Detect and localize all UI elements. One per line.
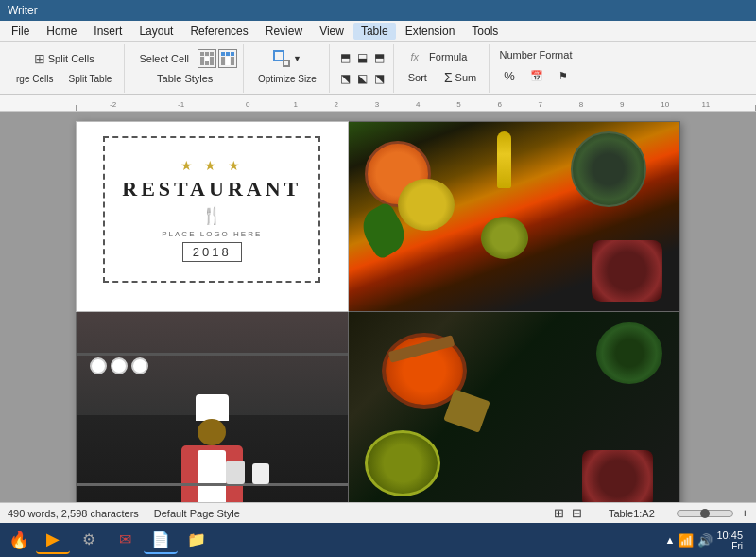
menu-layout[interactable]: Layout [131, 23, 180, 40]
number-format-label: Number Format [499, 49, 572, 61]
menu-insert[interactable]: Insert [86, 23, 129, 40]
stars: ★ ★ ★ [180, 158, 244, 173]
status-bar: 490 words, 2,598 characters Default Page… [0, 502, 756, 523]
sort-formula-group: fx Formula Sort Σ Sum [396, 44, 490, 93]
menu-tools[interactable]: Tools [464, 23, 506, 40]
table-style-grid-icon [218, 49, 237, 68]
align-bottom-center-button[interactable]: ⬕ [354, 69, 370, 88]
align-top-center-button[interactable]: ⬓ [354, 48, 370, 67]
start-button[interactable]: 🔥 [4, 526, 34, 554]
beans-bowl [592, 240, 662, 302]
select-style-group: Select Cell Table Styles [127, 44, 244, 93]
number-format-group: Number Format % 📅 ⚑ [491, 44, 580, 93]
tray-arrow[interactable]: ▲ [665, 534, 676, 546]
title-bar: Writer [0, 0, 756, 21]
align-top-right-button[interactable]: ⬒ [371, 48, 387, 67]
restaurant-name: RESTAURANT [122, 177, 301, 201]
select-cell-button[interactable]: Select Cell [132, 50, 196, 67]
taskbar-settings[interactable]: ⚙ [72, 526, 106, 554]
herb-bowl [596, 322, 662, 384]
taskbar-vlc[interactable]: ▶ [36, 526, 70, 554]
menu-bar: File Home Insert Layout References Revie… [0, 21, 756, 42]
align-bottom-left-button[interactable]: ⬔ [337, 69, 353, 88]
align-bottom-right-button[interactable]: ⬔ [371, 69, 387, 88]
menu-references[interactable]: References [182, 23, 255, 40]
menu-extension[interactable]: Extension [398, 23, 463, 40]
food-top-cell [348, 122, 679, 312]
title-text: Writer [8, 4, 38, 17]
document-table: ★ ★ ★ RESTAURANT 🍴 PLACE LOGO HERE 2018 [76, 121, 680, 502]
tray-volume[interactable]: 🔊 [697, 533, 713, 548]
chef-cell [77, 312, 349, 502]
align-group: ⬒ ⬓ ⬒ ⬔ ⬕ ⬔ [332, 44, 394, 93]
table-ref: Table1:A2 [609, 508, 655, 519]
main-area: ★ ★ ★ RESTAURANT 🍴 PLACE LOGO HERE 2018 [0, 112, 756, 502]
view-mode-icon[interactable]: ⊞ [554, 506, 564, 520]
spice-bowl-3 [571, 131, 646, 207]
logo-box: ★ ★ ★ RESTAURANT 🍴 PLACE LOGO HERE 2018 [103, 136, 320, 283]
optimize-group: ▼ Optimize Size [246, 44, 330, 93]
clock[interactable]: 10:45 Fri [716, 530, 748, 551]
merge-cells-button[interactable]: rge Cells [9, 71, 60, 87]
page-style: Default Page Style [154, 508, 240, 519]
optimize-icon [273, 50, 290, 67]
spice-bowl-2 [398, 179, 455, 231]
fx-label: fx [410, 51, 419, 62]
yellow-spice-bowl [365, 430, 440, 496]
format-extra-button[interactable]: ⚑ [552, 67, 575, 85]
taskbar-writer[interactable]: 📄 [144, 526, 178, 554]
menu-table[interactable]: Table [353, 23, 396, 40]
menu-home[interactable]: Home [39, 23, 84, 40]
place-logo-text: PLACE LOGO HERE [162, 230, 262, 238]
status-right: ⊞ ⊟ Table1:A2 − + [554, 506, 748, 520]
ruler: -2 -1 0 1 2 3 4 5 6 7 8 9 10 11 [0, 95, 756, 112]
percent-button[interactable]: % [497, 66, 522, 86]
taskbar-files[interactable]: 📁 [180, 526, 214, 554]
split-cells-button[interactable]: ⊞ Split Cells [27, 48, 101, 69]
container [226, 461, 245, 484]
optimize-size-button[interactable]: Optimize Size [251, 71, 323, 87]
table-styles-button[interactable]: Table Styles [150, 70, 219, 87]
spice-bowl-4 [481, 217, 528, 259]
plates [90, 357, 148, 374]
calendar-button[interactable]: 📅 [524, 67, 550, 85]
formula-button[interactable]: Formula [422, 48, 473, 65]
taskbar: 🔥 ▶ ⚙ ✉ 📄 📁 ▲ 📶 🔊 10:45 Fri [0, 523, 756, 557]
optimize-label: ▼ [293, 54, 301, 63]
align-top-left-button[interactable]: ⬒ [337, 48, 353, 67]
tray-network[interactable]: 📶 [679, 533, 694, 548]
menu-review[interactable]: Review [258, 23, 310, 40]
table-grid-icon [198, 49, 216, 68]
year: 2018 [182, 242, 242, 262]
toolbar: ⊞ Split Cells rge Cells Split Table Sele… [0, 42, 756, 95]
taskbar-email[interactable]: ✉ [108, 526, 142, 554]
sum-button[interactable]: Σ Sum [438, 67, 483, 88]
food-bottom-cell [348, 312, 679, 502]
utensils-icon: 🍴 [201, 205, 222, 226]
shelf [77, 353, 348, 356]
system-tray: ▲ 📶 🔊 10:45 Fri [662, 530, 752, 551]
zoom-in-button[interactable]: + [741, 506, 748, 520]
container2 [252, 463, 269, 484]
sort-button[interactable]: Sort [402, 69, 434, 86]
word-count: 490 words, 2,598 characters [8, 508, 139, 519]
merge-split-group: ⊞ Split Cells rge Cells Split Table [4, 44, 125, 93]
logo-cell[interactable]: ★ ★ ★ RESTAURANT 🍴 PLACE LOGO HERE 2018 [77, 122, 349, 312]
red-beans [582, 450, 653, 502]
split-table-button[interactable]: Split Table [61, 71, 118, 87]
menu-file[interactable]: File [4, 23, 37, 40]
menu-view[interactable]: View [312, 23, 352, 40]
oil-bottle [497, 131, 511, 188]
document: ★ ★ ★ RESTAURANT 🍴 PLACE LOGO HERE 2018 [76, 121, 680, 502]
work-surface [77, 483, 348, 486]
zoom-slider[interactable] [677, 510, 733, 517]
zoom-out-button[interactable]: − [662, 506, 670, 520]
view-web-icon[interactable]: ⊟ [572, 506, 582, 520]
